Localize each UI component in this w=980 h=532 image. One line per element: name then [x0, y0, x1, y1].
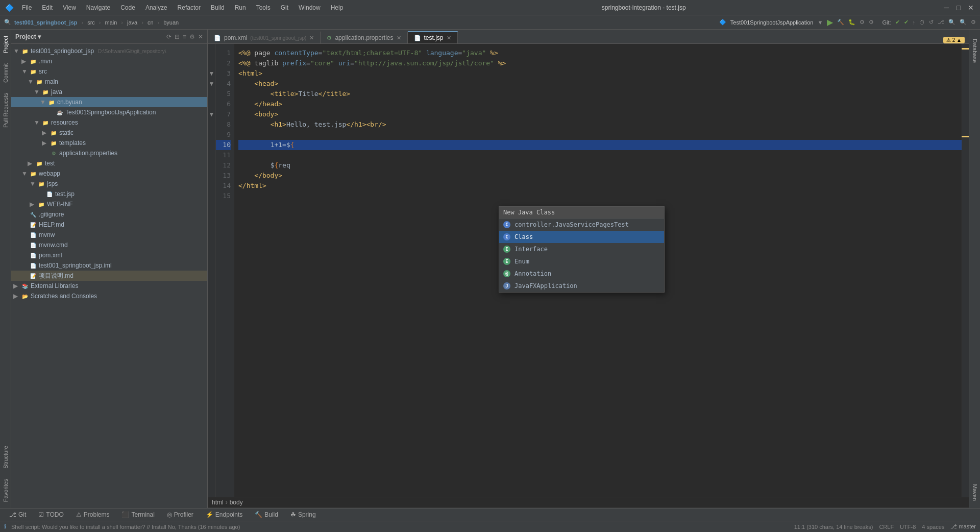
debug-button[interactable]: 🐛	[848, 19, 855, 26]
tree-test-jsp[interactable]: 📄 test.jsp	[11, 189, 207, 199]
fold-btn-3[interactable]: ▼	[208, 68, 215, 79]
git-history-btn[interactable]: ⏱	[919, 19, 925, 26]
bottom-tab-terminal[interactable]: ⬛ Terminal	[116, 509, 159, 520]
tree-help[interactable]: 📝 HELP.md	[11, 220, 207, 230]
bottom-tab-problems[interactable]: ⚠ Problems	[71, 509, 115, 520]
tab-props-close[interactable]: ✕	[397, 35, 401, 41]
git-branches-btn[interactable]: ⎇	[938, 19, 944, 26]
tree-root[interactable]: ▼ 📁 test001_springboot_jsp D:\Software\G…	[11, 46, 207, 56]
ac-item-interface[interactable]: I Interface	[499, 243, 664, 255]
warning-badge[interactable]: ⚠ 2 ▲	[943, 37, 965, 43]
tree-mvnw-cmd[interactable]: 📄 mvnw.cmd	[11, 240, 207, 250]
bottom-tab-git[interactable]: ⎇ Git	[4, 509, 31, 520]
tree-webapp[interactable]: ▼ 📁 webapp	[11, 168, 207, 179]
menu-tools[interactable]: Tools	[254, 3, 273, 12]
tree-readme[interactable]: 📝 项目说明.md	[11, 271, 207, 281]
menu-git[interactable]: Git	[279, 3, 290, 12]
tree-webinf[interactable]: ▶ 📁 WEB-INF	[11, 199, 207, 209]
project-name[interactable]: test001_springboot_jsp	[14, 19, 77, 26]
tree-cn-byuan[interactable]: ▼ 📁 cn.byuan	[11, 97, 207, 107]
tree-main[interactable]: ▼ 📁 main	[11, 77, 207, 87]
tree-mvnw[interactable]: 📄 mvnw	[11, 230, 207, 240]
menu-code[interactable]: Code	[118, 3, 137, 12]
tree-templates[interactable]: ▶ 📁 templates	[11, 138, 207, 148]
git-fetch-btn[interactable]: ↑	[913, 19, 916, 26]
status-encoding[interactable]: UTF-8	[900, 524, 916, 530]
status-branch[interactable]: ⎇ master	[950, 523, 976, 530]
breadcrumb-body[interactable]: body	[230, 499, 243, 506]
tree-jsps[interactable]: ▼ 📁 jsps	[11, 179, 207, 189]
fold-btn-7[interactable]: ▼	[208, 109, 215, 119]
filter-icon[interactable]: ≡	[183, 33, 186, 40]
ac-item-javafx[interactable]: J JavaFXApplication	[499, 280, 664, 292]
tree-java[interactable]: ▼ 📁 java	[11, 87, 207, 97]
tree-app-props[interactable]: ⚙ application.properties	[11, 148, 207, 158]
settings-icon[interactable]: ⚙	[189, 33, 195, 40]
dropdown-icon[interactable]: ▼	[817, 19, 823, 26]
nav-main[interactable]: main	[105, 19, 117, 26]
menu-analyze[interactable]: Analyze	[143, 3, 169, 12]
fold-btn-4[interactable]: ▼	[208, 79, 215, 89]
bottom-tab-profiler[interactable]: ◎ Profiler	[162, 509, 199, 520]
menu-edit[interactable]: Edit	[40, 3, 55, 12]
tree-pom[interactable]: 📄 pom.xml	[11, 250, 207, 260]
git-push-btn[interactable]: ✔	[904, 19, 909, 26]
git-commit-btn[interactable]: ✔	[895, 19, 900, 26]
tree-test[interactable]: ▶ 📁 test	[11, 158, 207, 168]
tree-resources[interactable]: ▼ 📁 resources	[11, 117, 207, 128]
git-rollback-btn[interactable]: ↺	[929, 19, 934, 26]
settings-btn[interactable]: ⚙	[971, 19, 976, 26]
bottom-tab-build[interactable]: 🔨 Build	[250, 509, 283, 520]
search-everywhere-btn[interactable]: 🔍	[960, 19, 967, 26]
vtab-structure[interactable]: Structure	[1, 442, 10, 473]
breadcrumb-html[interactable]: html	[212, 499, 224, 506]
build-button[interactable]: 🔨	[837, 19, 844, 26]
menu-window[interactable]: Window	[297, 3, 323, 12]
coverage-button[interactable]: ⚙	[860, 19, 865, 26]
vtab-project[interactable]: Project	[1, 32, 10, 57]
collapse-all-icon[interactable]: ⊟	[175, 33, 180, 40]
tab-props[interactable]: ⚙ application.properties ✕	[321, 31, 407, 43]
menu-run[interactable]: Run	[233, 3, 248, 12]
ac-item-annotation[interactable]: @ Annotation	[499, 268, 664, 280]
menu-refactor[interactable]: Refactor	[176, 3, 203, 12]
nav-src[interactable]: src	[87, 19, 95, 26]
sync-icon[interactable]: ⟳	[166, 33, 172, 40]
maximize-button[interactable]: □	[954, 4, 963, 12]
menu-view[interactable]: View	[61, 3, 78, 12]
nav-byuan[interactable]: byuan	[163, 19, 179, 26]
status-indent[interactable]: 4 spaces	[922, 524, 944, 530]
right-vtab-maven[interactable]: Maven	[970, 479, 979, 506]
bottom-tab-endpoints[interactable]: ⚡ Endpoints	[201, 509, 248, 520]
menu-build[interactable]: Build	[209, 3, 227, 12]
vtab-favorites[interactable]: Favorites	[1, 475, 10, 506]
menu-navigate[interactable]: Navigate	[84, 3, 112, 12]
run-button[interactable]: ▶	[827, 17, 833, 27]
bottom-tab-spring[interactable]: ☘ Spring	[285, 509, 321, 520]
tree-mvn[interactable]: ▶ 📁 .mvn	[11, 56, 207, 66]
tab-pom-close[interactable]: ✕	[309, 35, 314, 41]
menu-help[interactable]: Help	[329, 3, 346, 12]
ac-item-enum[interactable]: E Enum	[499, 255, 664, 268]
tree-ext-libs[interactable]: ▶ 📚 External Libraries	[11, 281, 207, 291]
tab-test-jsp[interactable]: 📄 test.jsp ✕	[408, 31, 458, 43]
tree-app-class[interactable]: ☕ Test001SpringbootJspApplication	[11, 107, 207, 117]
bottom-tab-todo[interactable]: ☑ TODO	[33, 509, 68, 520]
close-button[interactable]: ✕	[967, 4, 975, 12]
status-line-ending[interactable]: CRLF	[879, 524, 894, 530]
tab-test-jsp-close[interactable]: ✕	[447, 35, 451, 41]
menu-file[interactable]: File	[20, 3, 34, 12]
ac-item-class[interactable]: C Class	[499, 231, 664, 243]
tab-pom[interactable]: 📄 pom.xml (test001_springboot_jsp) ✕	[208, 31, 321, 43]
tree-scratches[interactable]: ▶ 📂 Scratches and Consoles	[11, 291, 207, 301]
run-config-name[interactable]: Test001SpringbootJspApplication	[730, 19, 814, 26]
more-run-btn[interactable]: ⚙	[869, 19, 874, 26]
tree-src[interactable]: ▼ 📁 src	[11, 66, 207, 77]
status-position[interactable]: 11:1 (310 chars, 14 line breaks)	[794, 524, 873, 530]
tree-gitignore[interactable]: 🔧 .gitignore	[11, 209, 207, 220]
git-more-btn[interactable]: 🔍	[948, 19, 955, 26]
right-vtab-database[interactable]: Database	[970, 34, 979, 68]
vtab-commit[interactable]: Commit	[1, 59, 10, 87]
close-panel-icon[interactable]: ✕	[198, 33, 203, 40]
vtab-pull-requests[interactable]: Pull Requests	[1, 89, 10, 132]
